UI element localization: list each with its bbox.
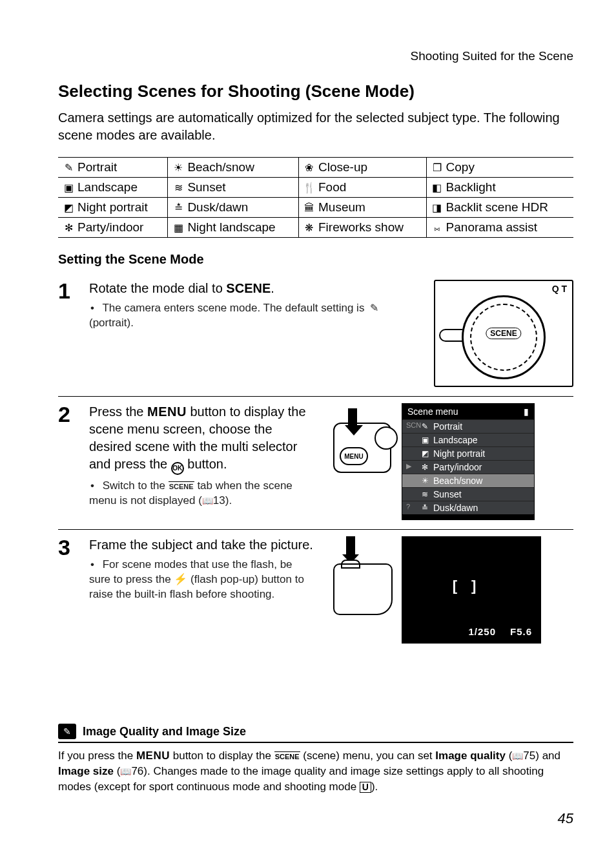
scene-mode-cell: ⨝Panorama assist — [426, 218, 573, 238]
scene-icon: ◩ — [62, 202, 75, 214]
zoom-indicator: Q T — [552, 284, 567, 294]
camera-menu-figure: MENU — [333, 403, 395, 479]
page: Shooting Suited for the Scene Selecting … — [0, 0, 616, 849]
scene-tab-icon: SCENE — [169, 481, 194, 492]
scene-mode-cell: ≛Dusk/dawn — [168, 198, 299, 218]
menu-item-label: Sunset — [433, 489, 462, 499]
menu-item-label: Dusk/dawn — [433, 503, 478, 513]
flash-icon: ⚡ — [174, 573, 187, 585]
step-3: 3 Frame the subject and take the picture… — [58, 530, 573, 653]
t: (portrait). — [89, 317, 134, 329]
page-title: Selecting Scenes for Shooting (Scene Mod… — [58, 81, 573, 101]
scene-mode-cell: ≋Sunset — [168, 178, 299, 198]
scene-icon: ≋ — [172, 182, 185, 194]
book-icon — [120, 765, 131, 777]
shutter-speed: 1/250 — [468, 626, 496, 637]
scene-label: Panorama assist — [446, 220, 538, 234]
note-title: Image Quality and Image Size — [83, 725, 246, 739]
scene-icon: ❋ — [303, 222, 316, 234]
note-block: ✎ Image Quality and Image Size If you pr… — [58, 724, 573, 794]
scene-menu-item[interactable]: SCN✎Portrait — [402, 419, 534, 433]
scene-mode-cell: ☀Beach/snow — [168, 158, 299, 178]
page-ref: 13 — [213, 494, 225, 507]
scene-label: Dusk/dawn — [187, 200, 248, 214]
menu-item-label: Party/indoor — [433, 462, 482, 472]
scene-mode-cell: ✻Party/indoor — [58, 218, 168, 238]
step-2-bullet: Switch to the SCENE tab when the scene m… — [89, 479, 316, 508]
scene-label: Portrait — [77, 160, 117, 174]
step-1: 1 Rotate the mode dial to SCENE. The cam… — [58, 273, 573, 397]
scene-icon: ◨ — [431, 202, 444, 214]
scene-menu-item[interactable]: ▶✻Party/indoor — [402, 460, 534, 474]
header-section: Shooting Suited for the Scene — [58, 49, 573, 63]
page-ref: 75 — [523, 749, 535, 762]
scene-mode-cell: 🍴Food — [298, 178, 426, 198]
scene-mode-table: ✎Portrait☀Beach/snow❀Close-up❐Copy▣Lands… — [58, 157, 573, 238]
scene-label: Museum — [318, 200, 365, 214]
scene-label: Fireworks show — [318, 220, 404, 234]
menu-side-icon: ? — [406, 503, 416, 513]
t: (scene) menu, you can set — [300, 749, 436, 762]
dial-side — [439, 329, 462, 342]
step-3-bullet: For scene modes that use the flash, be s… — [89, 558, 316, 602]
t: Rotate the mode dial to — [89, 281, 226, 295]
t: Switch to the — [103, 479, 169, 492]
step-number: 2 — [58, 403, 77, 520]
scene-label: Night landscape — [187, 220, 275, 234]
menu-glyph: MENU — [136, 749, 170, 762]
book-icon — [512, 749, 523, 762]
scene-icon: ✎ — [62, 162, 75, 174]
scene-icon: 🍴 — [303, 182, 316, 194]
scene-label: Night portrait — [77, 200, 148, 214]
step-number: 3 — [58, 536, 77, 644]
page-number: 45 — [558, 810, 573, 827]
portrait-icon: ✎ — [367, 301, 380, 315]
scene-icon: ◧ — [431, 182, 444, 194]
scene-label: Landscape — [77, 180, 138, 194]
t: The camera enters scene mode. The defaul… — [102, 302, 367, 314]
book-icon — [202, 494, 213, 507]
menu-side-icon — [406, 435, 416, 445]
t: ) and — [535, 749, 560, 762]
step-2-text: Press the MENU button to display the sce… — [89, 403, 316, 475]
menu-item-label: Portrait — [433, 421, 462, 432]
scene-mode-cell: ▦Night landscape — [168, 218, 299, 238]
scene-label: Food — [318, 180, 346, 194]
scene-mode-cell: ◧Backlight — [426, 178, 573, 198]
scene-mode-cell: ▣Landscape — [58, 178, 168, 198]
scene-mode-cell: ❐Copy — [426, 158, 573, 178]
menu-side-icon — [406, 489, 416, 499]
menu-side-icon — [406, 448, 416, 459]
scene-menu-item[interactable]: ▣Landscape — [402, 433, 534, 446]
menu-item-icon: ◩ — [420, 449, 429, 458]
t: . — [271, 281, 274, 295]
scene-menu-item[interactable]: ?≛Dusk/dawn — [402, 501, 534, 514]
menu-item-icon: ✻ — [420, 463, 429, 472]
scene-menu-item[interactable]: ☀Beach/snow — [402, 474, 534, 487]
menu-item-icon: ≋ — [420, 490, 429, 499]
note-text: If you press the MENU button to display … — [58, 748, 573, 794]
scene-menu-item[interactable]: ≋Sunset — [402, 487, 534, 501]
scene-icon: 🏛 — [303, 202, 316, 214]
scene-icon: ⨝ — [431, 222, 444, 234]
t: ). — [225, 494, 232, 507]
step-1-text: Rotate the mode dial to SCENE. — [89, 280, 417, 297]
scene-mode-cell: ❀Close-up — [298, 158, 426, 178]
scene-mode-cell: ◨Backlit scene HDR — [426, 198, 573, 218]
scene-mode-cell: ❋Fireworks show — [298, 218, 426, 238]
t: If you press the — [58, 749, 136, 762]
mode-dial-figure: Q T SCENE — [434, 280, 573, 387]
t: ). — [371, 781, 378, 793]
scene-glyph: SCENE — [226, 281, 271, 295]
image-size-label: Image size — [58, 765, 114, 777]
u-mode-icon: U — [360, 782, 371, 793]
shutter-press-figure — [333, 536, 395, 620]
menu-side-icon: SCN — [406, 421, 416, 432]
scene-label: Copy — [446, 160, 475, 174]
t: button. — [184, 457, 227, 471]
scene-label: Beach/snow — [187, 160, 254, 174]
step-number: 1 — [58, 280, 77, 387]
t: button to display the — [170, 749, 274, 762]
scene-icon: ❀ — [303, 162, 316, 174]
scene-menu-item[interactable]: ◩Night portrait — [402, 446, 534, 460]
